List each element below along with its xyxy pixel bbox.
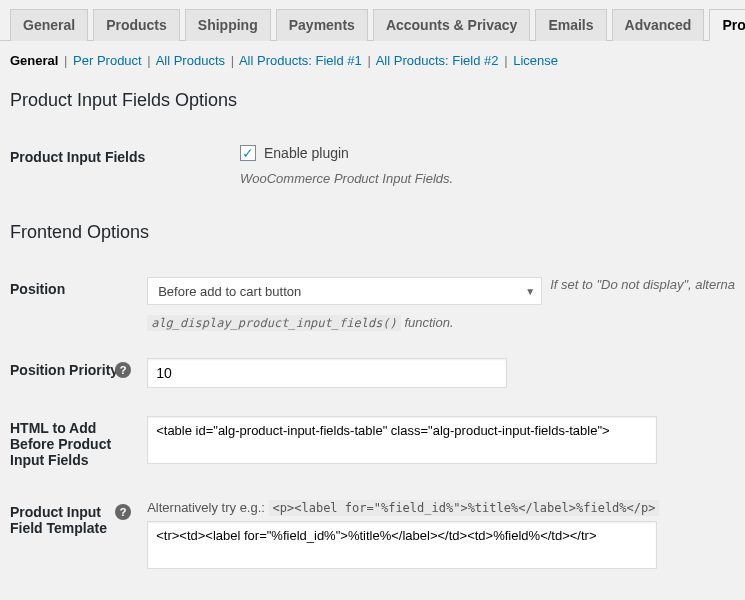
position-hint-code: alg_display_product_input_fields() (147, 315, 401, 331)
tab-payments[interactable]: Payments (276, 9, 368, 41)
enable-plugin-label: Product Input Fields (10, 131, 240, 200)
subnav-all-products-field-2[interactable]: All Products: Field #2 (376, 53, 499, 68)
tab-advanced[interactable]: Advanced (612, 9, 705, 41)
template-label: Product Input Field Template (10, 504, 107, 536)
position-label: Position (10, 263, 147, 344)
html-before-label: HTML to Add Before Product Input Fields (10, 402, 147, 486)
tab-emails[interactable]: Emails (535, 9, 606, 41)
position-side-description: If set to "Do not display", alterna (550, 277, 735, 292)
help-icon[interactable]: ? (115, 504, 131, 520)
template-textarea[interactable] (147, 521, 657, 569)
section-heading-frontend: Frontend Options (10, 222, 735, 243)
position-priority-input[interactable] (147, 358, 507, 388)
enable-plugin-description: WooCommerce Product Input Fields. (240, 171, 735, 186)
subnav-all-products-field-1[interactable]: All Products: Field #1 (239, 53, 362, 68)
position-priority-label: Position Priority (10, 362, 118, 378)
subnav-separator: | (365, 53, 372, 68)
subnav-license[interactable]: License (513, 53, 558, 68)
enable-plugin-checkbox[interactable]: ✓ (240, 145, 256, 161)
template-alt-description: Alternatively try e.g.: <p><label for="%… (147, 500, 735, 515)
subnav-per-product[interactable]: Per Product (73, 53, 142, 68)
subnav-separator: | (229, 53, 236, 68)
template-alt-prefix: Alternatively try e.g.: (147, 500, 268, 515)
subnav-general[interactable]: General (10, 53, 58, 68)
settings-tabs: General Products Shipping Payments Accou… (0, 0, 745, 41)
position-hint-suffix: function. (401, 315, 454, 330)
tab-general[interactable]: General (10, 9, 88, 41)
html-before-textarea[interactable] (147, 416, 657, 464)
position-select-value: Before add to cart button (158, 284, 301, 299)
tab-accounts-privacy[interactable]: Accounts & Privacy (373, 9, 531, 41)
chevron-down-icon: ▼ (525, 286, 535, 297)
help-icon[interactable]: ? (115, 362, 131, 378)
subnav-separator: | (145, 53, 152, 68)
enable-plugin-row[interactable]: ✓ Enable plugin (240, 145, 735, 161)
enable-plugin-checkbox-label: Enable plugin (264, 145, 349, 161)
subnav-separator: | (502, 53, 509, 68)
subsection-nav: General | Per Product | All Products | A… (0, 41, 745, 68)
subnav-separator: | (62, 53, 69, 68)
tab-product-input-fields[interactable]: Product Input Fields (709, 9, 745, 41)
tab-products[interactable]: Products (93, 9, 180, 41)
position-select[interactable]: Before add to cart button ▼ (147, 277, 542, 305)
html-after-label: HTML to Add After Product Input Fields (10, 586, 147, 600)
section-heading-options: Product Input Fields Options (10, 90, 735, 111)
subnav-all-products[interactable]: All Products (156, 53, 225, 68)
tab-shipping[interactable]: Shipping (185, 9, 271, 41)
template-alt-code: <p><label for="%field_id%">%title%</labe… (269, 500, 660, 516)
